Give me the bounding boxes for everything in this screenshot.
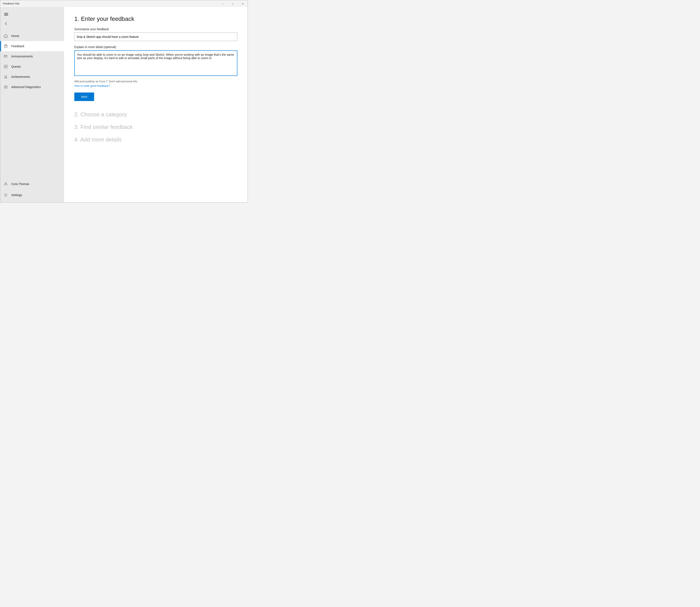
svg-point-6 <box>5 183 6 184</box>
step3-heading: 3. Find similar feedback <box>74 124 237 130</box>
sidebar-item-feedback[interactable]: Feedback <box>0 41 64 51</box>
svg-point-4 <box>5 75 7 78</box>
inactive-steps: 2. Choose a category 3. Find similar fee… <box>74 111 237 143</box>
sidebar-item-quests[interactable]: Quests <box>0 61 64 72</box>
user-icon <box>4 182 8 186</box>
main-content: 1. Enter your feedback Summarize your fe… <box>64 7 247 202</box>
hamburger-icon <box>4 12 8 16</box>
sidebar-top <box>0 7 64 30</box>
sidebar-item-advanced-diagnostics-label: Advanced Diagnostics <box>11 85 41 89</box>
back-button[interactable] <box>1 19 11 28</box>
step4-heading: 4. Add more details <box>74 136 237 143</box>
public-note: Will post publicly as Cora T. Don't add … <box>74 80 237 83</box>
home-icon <box>4 34 8 38</box>
app-title: Feedback Hub <box>3 2 19 5</box>
back-arrow-icon <box>4 22 8 25</box>
settings-label: Settings <box>11 193 22 197</box>
sidebar-item-settings[interactable]: Settings <box>0 189 64 201</box>
sidebar: Home Feedback Announcements <box>0 7 64 202</box>
achievements-icon <box>4 75 8 79</box>
svg-point-7 <box>5 195 6 196</box>
settings-icon <box>4 193 8 197</box>
sidebar-item-quests-label: Quests <box>11 65 21 68</box>
user-name-label: Cora Thomas <box>11 182 29 186</box>
svg-point-1 <box>5 47 6 47</box>
sidebar-item-feedback-label: Feedback <box>11 44 24 48</box>
app-body: Home Feedback Announcements <box>0 7 247 202</box>
svg-rect-5 <box>4 86 7 88</box>
sidebar-item-announcements-label: Announcements <box>11 55 33 58</box>
step2-heading: 2. Choose a category <box>74 111 237 118</box>
sidebar-item-home-label: Home <box>11 34 19 38</box>
sidebar-item-user[interactable]: Cora Thomas <box>0 179 64 189</box>
sidebar-item-achievements[interactable]: Achievements <box>0 72 64 82</box>
sidebar-item-advanced-diagnostics[interactable]: Advanced Diagnostics <box>0 82 64 92</box>
help-link[interactable]: How to write good feedback? <box>74 84 110 87</box>
feedback-icon <box>4 44 8 48</box>
window-controls: ─ □ ✕ <box>218 0 247 7</box>
detail-textarea[interactable] <box>74 50 237 76</box>
sidebar-bottom: Cora Thomas Settings <box>0 179 64 201</box>
quests-icon <box>4 64 8 69</box>
sidebar-item-home[interactable]: Home <box>0 31 64 41</box>
announcements-icon <box>4 54 8 59</box>
titlebar: Feedback Hub ─ □ ✕ <box>0 0 247 7</box>
summarize-input[interactable] <box>74 33 237 41</box>
maximize-button[interactable]: □ <box>228 0 238 7</box>
detail-label: Explain in more detail (optional) <box>74 45 237 49</box>
hamburger-button[interactable] <box>1 9 11 19</box>
sidebar-item-achievements-label: Achievements <box>11 75 30 79</box>
close-button[interactable]: ✕ <box>238 0 247 7</box>
minimize-button[interactable]: ─ <box>218 0 228 7</box>
summarize-label: Summarize your feedback <box>74 27 237 31</box>
step1-heading: 1. Enter your feedback <box>74 16 237 22</box>
diagnostics-icon <box>4 85 8 89</box>
sidebar-item-announcements[interactable]: Announcements <box>0 51 64 61</box>
next-button[interactable]: Next <box>74 92 94 101</box>
nav-items: Home Feedback Announcements <box>0 31 64 179</box>
